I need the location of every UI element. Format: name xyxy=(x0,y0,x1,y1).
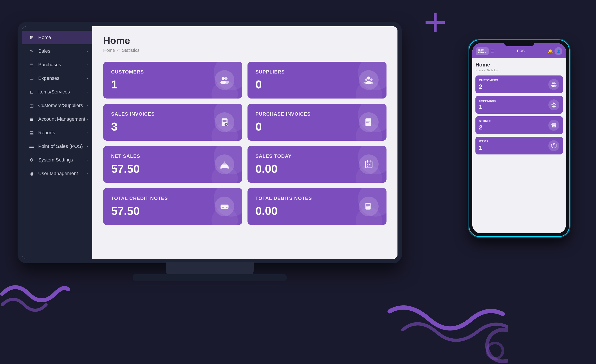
phone-stat-value-suppliers: 1 xyxy=(479,103,496,111)
phone-suppliers-icon xyxy=(548,99,559,110)
sidebar-item-sales[interactable]: ✎ Sales › xyxy=(22,44,92,58)
laptop-container: ⊞ Home ✎ Sales › ☰ Purchases › ▭ Expense… xyxy=(18,22,413,307)
sidebar-item-user-management[interactable]: ◉ User Management › xyxy=(22,167,92,180)
phone-items-icon xyxy=(548,140,559,151)
customers-stat-icon xyxy=(215,70,234,90)
phone-body: ezdān EZDAN ☰ POS 🔔 👤 Home Home < Statis… xyxy=(469,39,570,237)
stat-text-sales-invoices: SALES INVOICES 3 xyxy=(111,111,155,133)
phone-customers-icon xyxy=(548,79,559,90)
chevron-right-icon: › xyxy=(87,172,88,175)
stat-card-suppliers[interactable]: SUPPLIERS 0 xyxy=(247,62,387,99)
chevron-right-icon: › xyxy=(87,63,88,67)
sidebar-item-purchases[interactable]: ☰ Purchases › xyxy=(22,58,92,72)
phone-container: ezdān EZDAN ☰ POS 🔔 👤 Home Home < Statis… xyxy=(469,39,570,237)
phone-stat-card-suppliers[interactable]: SUPPLIERS 1 xyxy=(476,96,563,114)
stat-text-net-sales: NET SALES 57.50 xyxy=(111,153,140,175)
sidebar-item-items-services[interactable]: ⊡ Items/Services › xyxy=(22,85,92,99)
phone-page-title: Home xyxy=(476,62,563,68)
svg-point-41 xyxy=(552,82,554,84)
svg-rect-33 xyxy=(221,206,228,207)
svg-rect-34 xyxy=(222,207,224,208)
phone-stat-label-suppliers: SUPPLIERS xyxy=(479,99,496,102)
sidebar-item-reports[interactable]: ▤ Reports › xyxy=(22,126,92,139)
phone-stat-card-items[interactable]: ITEMS 1 xyxy=(476,137,563,154)
phone-pos-label: POS xyxy=(496,49,546,53)
laptop-screen: ⊞ Home ✎ Sales › ☰ Purchases › ▭ Expense… xyxy=(22,26,397,259)
stat-value-net-sales: 57.50 xyxy=(111,162,140,175)
stat-label-debits-notes: TOTAL DEBITS NOTES xyxy=(255,196,312,201)
phone-bell-icon[interactable]: 🔔 xyxy=(548,49,553,53)
sidebar-item-account-management[interactable]: ≣ Account Management › xyxy=(22,112,92,126)
stat-label-net-sales: NET SALES xyxy=(111,153,140,159)
user-mgmt-icon: ◉ xyxy=(29,171,35,176)
sidebar-label-expenses: Expenses xyxy=(38,75,60,81)
phone-stat-label-stores: STORES xyxy=(479,119,491,123)
sidebar-item-pos[interactable]: ▬ Point of Sales (POS) › xyxy=(22,139,92,153)
svg-point-3 xyxy=(224,81,229,84)
stat-card-customers[interactable]: CUSTOMERS 1 xyxy=(103,62,242,99)
chevron-right-icon: › xyxy=(87,103,88,108)
page-title: Home xyxy=(103,35,387,46)
svg-point-53 xyxy=(487,343,503,359)
laptop-stand xyxy=(166,262,254,275)
sidebar-label-settings: System Settings xyxy=(38,157,73,163)
stat-label-credit-notes: TOTAL CREDIT NOTES xyxy=(111,196,168,201)
stat-card-sales-invoices[interactable]: SALES INVOICES 3 $ xyxy=(103,104,242,141)
svg-rect-31 xyxy=(367,166,368,167)
phone-logo: ezdān EZDAN xyxy=(476,47,489,55)
laptop-body: ⊞ Home ✎ Sales › ☰ Purchases › ▭ Expense… xyxy=(18,22,402,263)
stat-text-suppliers: SUPPLIERS 0 xyxy=(255,69,285,91)
stat-card-total-credit-notes[interactable]: TOTAL CREDIT NOTES 57.50 xyxy=(103,188,242,225)
chevron-right-icon: › xyxy=(87,158,88,162)
breadcrumb-home[interactable]: Home xyxy=(103,48,115,53)
stat-value-sales-today: 0.00 xyxy=(255,162,292,175)
breadcrumb: Home < Statistics xyxy=(103,48,387,53)
stat-text-sales-today: SALES TODAY 0.00 xyxy=(255,153,292,175)
phone-stat-card-customers[interactable]: CUSTOMERS 2 xyxy=(476,75,563,93)
stat-card-total-debits-notes[interactable]: TOTAL DEBITS NOTES 0.00 xyxy=(247,188,387,225)
purchases-icon: ☰ xyxy=(29,62,35,67)
svg-text:$: $ xyxy=(225,123,227,125)
sidebar-item-home[interactable]: ⊞ Home xyxy=(22,31,92,44)
stat-value-sales-invoices: 3 xyxy=(111,120,155,133)
settings-icon: ⚙ xyxy=(29,157,35,163)
svg-rect-37 xyxy=(366,204,370,204)
svg-point-44 xyxy=(553,85,557,87)
phone-notch xyxy=(504,40,535,46)
svg-point-52 xyxy=(487,330,508,361)
reports-icon: ▤ xyxy=(29,130,35,135)
stat-value-debits-notes: 0.00 xyxy=(255,204,312,218)
stat-label-suppliers: SUPPLIERS xyxy=(255,69,285,75)
phone-stat-text-stores: STORES 2 xyxy=(479,119,491,131)
stat-card-net-sales[interactable]: NET SALES 57.50 xyxy=(103,146,242,183)
items-icon: ⊡ xyxy=(29,89,35,95)
sidebar-item-customers-suppliers[interactable]: ◫ Customers/Suppliers › xyxy=(22,99,92,112)
stat-label-sales-invoices: SALES INVOICES xyxy=(111,111,155,117)
svg-point-4 xyxy=(367,76,370,80)
svg-rect-15 xyxy=(365,118,371,126)
expenses-icon: ▭ xyxy=(29,76,35,81)
sidebar-label-account: Account Management xyxy=(38,116,85,122)
svg-rect-50 xyxy=(553,125,555,127)
svg-rect-38 xyxy=(366,205,370,206)
phone-user-avatar[interactable]: 👤 xyxy=(554,47,562,55)
stat-card-sales-today[interactable]: SALES TODAY 0.00 xyxy=(247,146,387,183)
svg-rect-22 xyxy=(224,161,225,163)
sidebar-item-system-settings[interactable]: ⚙ System Settings › xyxy=(22,153,92,167)
svg-rect-11 xyxy=(223,120,226,121)
phone-stat-card-stores[interactable]: STORES 2 xyxy=(476,116,563,134)
sidebar-item-expenses[interactable]: ▭ Expenses › xyxy=(22,72,92,85)
sidebar-label-reports: Reports xyxy=(38,130,55,136)
chevron-right-icon: › xyxy=(87,90,88,94)
home-icon: ⊞ xyxy=(29,35,35,40)
svg-rect-36 xyxy=(365,203,371,210)
svg-point-5 xyxy=(365,78,367,81)
sales-invoices-stat-icon: $ xyxy=(215,112,234,132)
phone-menu-icon[interactable]: ☰ xyxy=(490,49,494,53)
chevron-right-icon: › xyxy=(87,49,88,53)
chevron-right-icon: › xyxy=(87,76,88,80)
sales-icon: ✎ xyxy=(29,49,35,54)
stat-card-purchase-invoices[interactable]: PURCHASE INVOICES 0 xyxy=(247,104,387,141)
svg-point-42 xyxy=(554,82,556,84)
svg-rect-16 xyxy=(366,120,370,120)
